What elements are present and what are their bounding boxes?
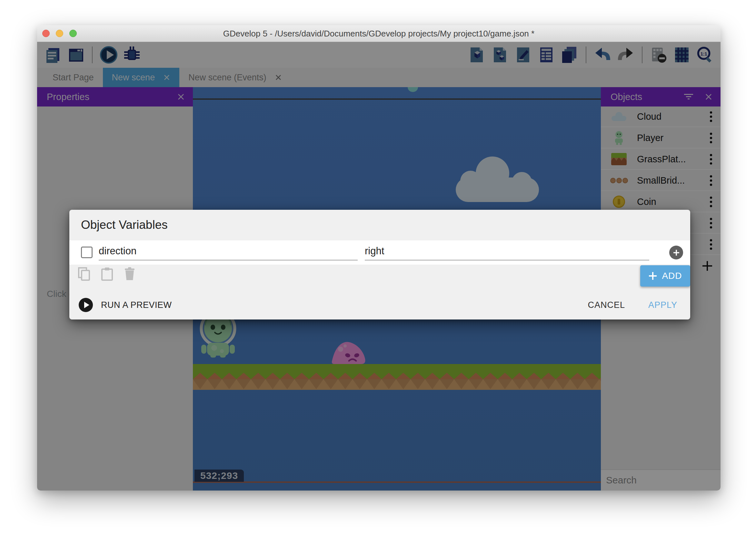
dialog-title: Object Variables — [81, 218, 168, 232]
add-variable-button[interactable]: ADD — [640, 265, 690, 287]
variable-row — [69, 240, 690, 265]
variable-checkbox[interactable] — [81, 247, 93, 258]
paste-icon[interactable] — [100, 267, 115, 281]
object-variables-dialog: Object Variables — [69, 210, 690, 319]
window-content: 1:1 Start Page New scene New scene (Even… — [37, 42, 721, 490]
variable-toolbar — [77, 267, 137, 281]
cancel-button[interactable]: CANCEL — [587, 300, 625, 310]
delete-icon[interactable] — [122, 267, 137, 281]
plus-icon — [673, 249, 680, 256]
dialog-actions: RUN A PREVIEW CANCEL APPLY — [69, 290, 690, 319]
copy-icon[interactable] — [77, 267, 92, 281]
variable-value-input[interactable] — [365, 242, 649, 261]
plus-icon — [648, 271, 657, 280]
titlebar: GDevelop 5 - /Users/david/Documents/GDev… — [37, 25, 721, 42]
add-child-variable-button[interactable] — [669, 246, 683, 260]
window-title: GDevelop 5 - /Users/david/Documents/GDev… — [37, 25, 721, 42]
apply-button[interactable]: APPLY — [648, 300, 677, 310]
run-preview-button[interactable]: RUN A PREVIEW — [78, 298, 172, 312]
gdevelop-window: GDevelop 5 - /Users/david/Documents/GDev… — [37, 25, 721, 490]
variable-name-input[interactable] — [99, 242, 358, 261]
play-icon — [78, 298, 93, 312]
